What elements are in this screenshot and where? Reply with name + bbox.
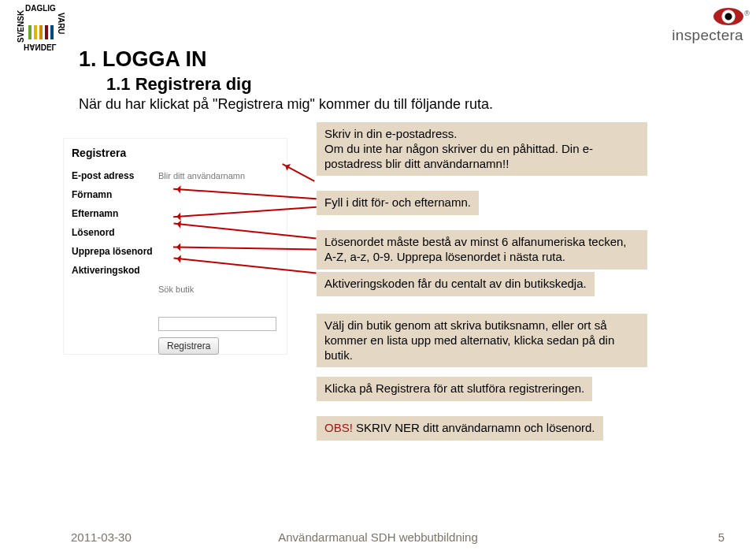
callout-text: Aktiveringskoden får du centalt av din b… xyxy=(324,277,587,290)
callout-text: Fyll i ditt för- och efternamn. xyxy=(324,195,471,209)
label-password: Lösenord xyxy=(72,227,158,238)
label-firstname: Förnamn xyxy=(72,189,158,200)
callout-password: Lösenordet måste bestå av minst 6 alfanu… xyxy=(317,230,647,270)
callout-obs: OBS! SKRIV NER ditt användarnamn och lös… xyxy=(317,416,603,441)
inspectera-logo: ® inspectera xyxy=(643,8,743,43)
intro-text: När du har klickat på "Registrera mig" k… xyxy=(79,96,493,113)
logo-text-top: DAGLIG xyxy=(25,5,56,13)
form-title: Registrera xyxy=(72,147,279,159)
logo-bars xyxy=(28,25,54,39)
logo-text-left: SVENSK xyxy=(17,10,25,43)
callout-text: Om du inte har någon skriver du en påhit… xyxy=(324,142,593,170)
label-password-repeat: Upprepa lösenord xyxy=(72,246,158,257)
inspectera-wordmark: inspectera xyxy=(672,27,743,44)
eye-icon xyxy=(713,8,743,25)
callout-obs-label: OBS! xyxy=(324,421,353,434)
store-search-input[interactable] xyxy=(158,317,276,331)
hint-search-store: Sök butik xyxy=(158,285,194,294)
logo-text-bottom: HANDEL xyxy=(24,43,57,50)
callout-text: SKRIV NER ditt användarnamn och lösenord… xyxy=(353,421,595,434)
registered-mark: ® xyxy=(744,9,750,17)
subsection-heading: 1.1 Registrera dig xyxy=(106,74,252,95)
label-activation: Aktiveringskod xyxy=(72,265,158,276)
callout-text: Välj din butik genom att skriva butiksna… xyxy=(324,318,614,362)
register-button[interactable]: Registrera xyxy=(158,337,219,355)
callout-store: Välj din butik genom att skriva butiksna… xyxy=(317,314,647,367)
label-lastname: Efternamn xyxy=(72,208,158,219)
page-footer: 2011-03-30 Användarmanual SDH webbutbild… xyxy=(0,530,756,544)
callout-register: Klicka på Registrera för att slutföra re… xyxy=(317,377,592,401)
callout-email: Skriv in din e-postadress. Om du inte ha… xyxy=(317,122,647,176)
callout-activation: Aktiveringskoden får du centalt av din b… xyxy=(317,272,595,296)
label-email: E-post adress xyxy=(72,170,158,181)
callout-text: Skriv in din e-postadress. xyxy=(324,127,457,140)
footer-page-number: 5 xyxy=(718,530,724,544)
hint-email: Blir ditt användarnamn xyxy=(158,171,245,180)
svensk-dagligvaruhandel-logo: DAGLIG SVENSK VARU HANDEL xyxy=(9,5,74,49)
callout-names: Fyll i ditt för- och efternamn. xyxy=(317,191,479,215)
callout-text: Lösenordet måste bestå av minst 6 alfanu… xyxy=(324,235,627,263)
section-heading: 1. LOGGA IN xyxy=(79,47,207,72)
footer-title: Användarmanual SDH webbutbildning xyxy=(0,530,756,544)
callout-text: Klicka på Registrera för att slutföra re… xyxy=(324,381,584,395)
logo-text-right: VARU xyxy=(57,13,65,35)
